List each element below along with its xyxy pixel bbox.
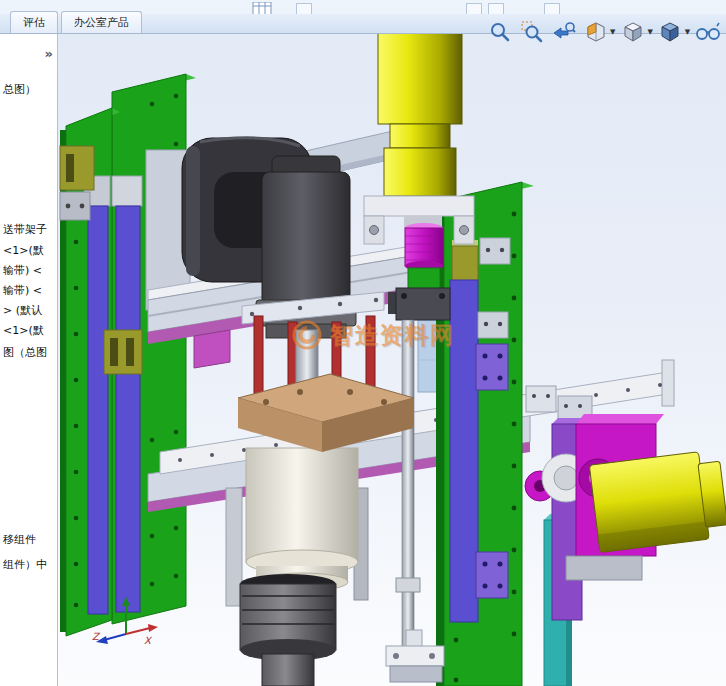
feature-tree-item[interactable]: 图（总图 [3, 345, 47, 360]
triad-x-label: X [144, 635, 153, 646]
watermark: 智造资料网 [290, 318, 455, 352]
dropdown-caret-icon[interactable]: ▼ [647, 28, 652, 36]
chrome-guide-rod[interactable] [396, 320, 420, 650]
magenta-carriage-block[interactable] [194, 330, 230, 368]
table-icon[interactable] [252, 2, 272, 14]
zoom-area-button[interactable] [518, 18, 545, 45]
feature-tree-item[interactable]: 总图） [3, 82, 36, 97]
zoom-area-icon [520, 20, 544, 44]
feature-tree-panel: » 总图） 送带架子 <1>(默 输带) < 输带) < > (默认 <1>(默… [0, 34, 58, 686]
toolbar-icon[interactable] [544, 3, 560, 14]
toolbar-icon[interactable] [296, 3, 312, 14]
panel-collapse-button[interactable]: » [45, 46, 53, 61]
dropdown-caret-icon[interactable]: ▼ [685, 28, 690, 36]
feature-tree-item[interactable]: 送带架子 [3, 222, 47, 237]
display-style-icon [658, 20, 682, 44]
headsup-view-toolbar: ▼ ▼ ▼ [486, 18, 721, 45]
hide-show-items-button[interactable] [694, 18, 721, 45]
feature-tree-item[interactable]: 移组件 [3, 532, 36, 547]
feature-tree-item[interactable]: > (默认 [3, 303, 42, 318]
rod-foot-bracket[interactable] [386, 630, 444, 682]
zoom-previous-icon [552, 20, 576, 44]
orientation-triad: Z X [92, 594, 162, 650]
glasses-icon [695, 20, 721, 44]
watermark-text: 智造资料网 [330, 320, 455, 351]
dropdown-caret-icon[interactable]: ▼ [610, 28, 615, 36]
view-orientation-icon [621, 20, 645, 44]
zoom-fit-button[interactable] [486, 18, 513, 45]
feature-tree-item[interactable]: 组件）中 [3, 557, 47, 572]
zoom-previous-button[interactable] [550, 18, 577, 45]
tab-evaluate[interactable]: 评估 [10, 11, 58, 33]
view-orientation-button[interactable] [619, 18, 646, 45]
feature-tree-item[interactable]: <1>(默 [3, 243, 44, 258]
section-view-icon [584, 20, 608, 44]
display-style-button[interactable] [657, 18, 684, 45]
feature-tree-item[interactable]: <1>(默 [3, 323, 44, 338]
watermark-logo-icon [290, 318, 324, 352]
toolbar-icon[interactable] [466, 3, 482, 14]
zoom-fit-icon [488, 20, 512, 44]
solidworks-window: 智造资料网 Z X 评估 办公室产品 » 总图） 送带架子 <1>(默 输带) [0, 0, 726, 686]
right-yellow-motor[interactable] [589, 449, 726, 552]
section-view-button[interactable] [582, 18, 609, 45]
feature-tree-item[interactable]: 输带) < [3, 283, 42, 298]
feature-tree-item[interactable]: 输带) < [3, 263, 42, 278]
tab-office-products[interactable]: 办公室产品 [61, 11, 142, 33]
toolbar-icon[interactable] [488, 3, 504, 14]
right-drive-assembly[interactable] [525, 414, 726, 620]
